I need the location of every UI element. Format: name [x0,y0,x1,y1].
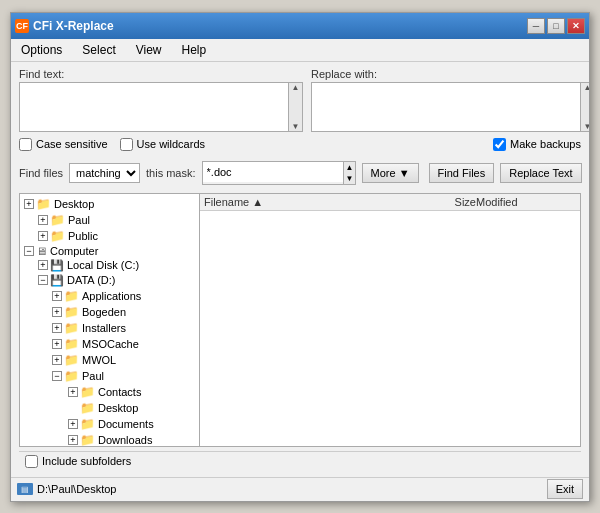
mask-up-arrow[interactable]: ▲ [344,162,355,173]
include-subfolders-label[interactable]: Include subfolders [25,455,131,468]
find-replace-row: Find text: ▲ ▼ Replace with: ▲ ▼ [19,68,581,132]
path-drive-icon: ▤ [17,483,33,495]
tree-item-paul-root[interactable]: + 📁 Paul [20,212,199,228]
menu-select[interactable]: Select [76,41,121,59]
find-files-button[interactable]: Find Files [429,163,495,183]
expand-computer[interactable]: − [24,246,34,256]
tree-item-local-disk-c[interactable]: + 💾 Local Disk (C:) [20,258,199,273]
folder-icon-desktop2: 📁 [80,401,95,415]
tree-label-desktop: Desktop [54,198,94,210]
replace-scroll-down[interactable]: ▼ [584,122,589,131]
tree-item-applications[interactable]: + 📁 Applications [20,288,199,304]
tree-item-paul-d[interactable]: − 📁 Paul [20,368,199,384]
col-filename[interactable]: Filename ▲ [204,196,416,208]
folder-icon-paul-root: 📁 [50,213,65,227]
menu-help[interactable]: Help [176,41,213,59]
make-backups-checkbox[interactable] [493,138,506,151]
bottom-bar: ▤ D:\Paul\Desktop Exit [11,477,589,501]
replace-text-button[interactable]: Replace Text [500,163,581,183]
close-button[interactable]: ✕ [567,18,585,34]
tree-label-documents: Documents [98,418,154,430]
folder-icon-desktop: 📁 [36,197,51,211]
mask-input[interactable] [203,162,343,182]
tree-label-msocache: MSOCache [82,338,139,350]
menu-bar: Options Select View Help [11,39,589,62]
replace-with-label: Replace with: [311,68,589,80]
drive-icon-d: 💾 [50,274,64,287]
minimize-button[interactable]: ─ [527,18,545,34]
expand-paul-root[interactable]: + [38,215,48,225]
expand-bogeden[interactable]: + [52,307,62,317]
tree-label-public: Public [68,230,98,242]
tree-item-public[interactable]: + 📁 Public [20,228,199,244]
expand-mwol[interactable]: + [52,355,62,365]
menu-view[interactable]: View [130,41,168,59]
title-controls: ─ □ ✕ [527,18,585,34]
expand-local-disk-c[interactable]: + [38,260,48,270]
tree-label-paul-d: Paul [82,370,104,382]
folder-icon-documents: 📁 [80,417,95,431]
folder-icon-installers: 📁 [64,321,79,335]
replace-with-group: Replace with: ▲ ▼ [311,68,589,132]
use-wildcards-label: Use wildcards [137,138,205,150]
use-wildcards-checkbox[interactable] [120,138,133,151]
tree-label-bogeden: Bogeden [82,306,126,318]
tree-item-desktop2[interactable]: 📁 Desktop [20,400,199,416]
use-wildcards-checkbox-label[interactable]: Use wildcards [120,138,205,151]
tree-panel[interactable]: + 📁 Desktop + 📁 Paul + 📁 Public [20,194,200,446]
find-scroll-up[interactable]: ▲ [292,83,300,92]
tree-item-computer[interactable]: − 🖥 Computer [20,244,199,258]
case-sensitive-checkbox-label[interactable]: Case sensitive [19,138,108,151]
status-bar: Include subfolders [19,451,581,471]
expand-downloads[interactable]: + [68,435,78,445]
tree-item-mwol[interactable]: + 📁 MWOL [20,352,199,368]
case-sensitive-checkbox[interactable] [19,138,32,151]
expand-msocache[interactable]: + [52,339,62,349]
col-modified[interactable]: Modified [476,196,576,208]
more-button[interactable]: More ▼ [362,163,419,183]
find-text-input[interactable] [19,82,289,132]
menu-options[interactable]: Options [15,41,68,59]
expand-data-d[interactable]: − [38,275,48,285]
tree-item-contacts[interactable]: + 📁 Contacts [20,384,199,400]
maximize-button[interactable]: □ [547,18,565,34]
expand-installers[interactable]: + [52,323,62,333]
tree-item-desktop[interactable]: + 📁 Desktop [20,196,199,212]
expand-contacts[interactable]: + [68,387,78,397]
mask-dropdown-arrow[interactable]: ▲ ▼ [343,162,355,184]
main-split-panel: + 📁 Desktop + 📁 Paul + 📁 Public [19,193,581,447]
include-subfolders-text: Include subfolders [42,455,131,467]
exit-button[interactable]: Exit [547,479,583,499]
tree-label-applications: Applications [82,290,141,302]
tree-item-data-d[interactable]: − 💾 DATA (D:) [20,273,199,288]
expand-documents[interactable]: + [68,419,78,429]
expand-desktop[interactable]: + [24,199,34,209]
replace-with-input[interactable] [311,82,581,132]
col-size[interactable]: Size [416,196,476,208]
find-files-row: Find files matching all selected this ma… [19,157,581,189]
tree-label-desktop2: Desktop [98,402,138,414]
tree-item-downloads[interactable]: + 📁 Downloads [20,432,199,446]
drive-icon-c: 💾 [50,259,64,272]
make-backups-checkbox-label[interactable]: Make backups [493,138,581,151]
folder-icon-mwol: 📁 [64,353,79,367]
expand-applications[interactable]: + [52,291,62,301]
replace-scroll-up[interactable]: ▲ [584,83,589,92]
find-files-mode-select[interactable]: matching all selected [69,163,140,183]
folder-icon-contacts: 📁 [80,385,95,399]
tree-label-mwol: MWOL [82,354,116,366]
find-scroll-down[interactable]: ▼ [292,122,300,131]
expand-public[interactable]: + [38,231,48,241]
case-sensitive-label: Case sensitive [36,138,108,150]
include-subfolders-checkbox[interactable] [25,455,38,468]
tree-item-msocache[interactable]: + 📁 MSOCache [20,336,199,352]
mask-down-arrow[interactable]: ▼ [344,173,355,184]
tree-item-documents[interactable]: + 📁 Documents [20,416,199,432]
tree-item-bogeden[interactable]: + 📁 Bogeden [20,304,199,320]
path-display: ▤ D:\Paul\Desktop [17,483,116,495]
checkbox-row: Case sensitive Use wildcards Make backup… [19,136,581,153]
file-header: Filename ▲ Size Modified [200,194,580,211]
find-text-label: Find text: [19,68,303,80]
expand-paul-d[interactable]: − [52,371,62,381]
tree-item-installers[interactable]: + 📁 Installers [20,320,199,336]
